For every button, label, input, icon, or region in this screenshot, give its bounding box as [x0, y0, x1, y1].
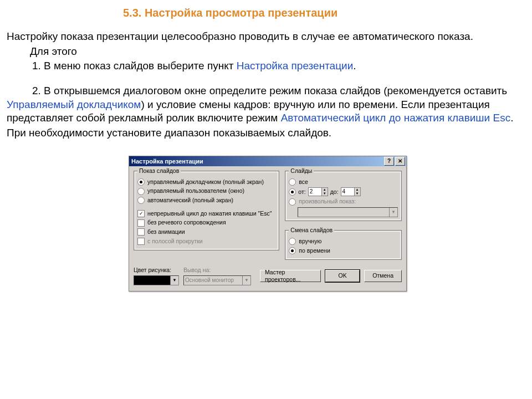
chevron-down-icon: ▼ — [242, 276, 250, 285]
step2-text-a: 2. В открывшемся диалоговом окне определ… — [7, 85, 507, 96]
output-combo: Основной монитор▼ — [183, 275, 251, 285]
checkbox-icon — [137, 210, 145, 217]
dialog-title: Настройка презентации — [131, 157, 203, 165]
cancel-button[interactable]: Отмена — [364, 270, 402, 282]
radio-icon — [137, 188, 145, 195]
check-loop-esc[interactable]: непрерывный цикл до нажатия клавиши "Esc… — [137, 210, 275, 218]
step-2: 2. В открывшемся диалоговом окне определ… — [7, 84, 525, 125]
radio-icon — [289, 247, 296, 254]
output-label: Вывод на: — [183, 267, 251, 274]
ok-button[interactable]: OK — [325, 270, 360, 282]
radio-advance-timed[interactable]: по времени — [289, 247, 398, 255]
radio-auto-fullscreen[interactable]: автоматический (полный экран) — [137, 197, 275, 204]
to-value: 4 — [341, 188, 354, 196]
output-value: Основной монитор — [184, 276, 242, 285]
radio-custom-show: произвольный показ: — [289, 198, 398, 206]
radio-label: автоматический (полный экран) — [147, 197, 233, 204]
step1-term: Настройка презентации — [237, 60, 354, 71]
radio-label: управляемый докладчиком (полный экран) — [147, 178, 264, 186]
intro-paragraph: Настройку показа презентации целесообраз… — [7, 30, 525, 44]
radio-icon — [289, 238, 296, 245]
presentation-settings-dialog: Настройка презентации ? ✕ Показ слайдов … — [129, 156, 407, 291]
lead-in: Для этого — [7, 45, 525, 59]
radio-all-slides[interactable]: все — [289, 178, 398, 186]
show-type-group: Показ слайдов управляемый докладчиком (п… — [134, 171, 279, 250]
radio-label: по времени — [299, 247, 330, 255]
to-spinner[interactable]: 4▲▼ — [341, 187, 361, 196]
step1-tail: . — [353, 60, 356, 71]
radio-icon — [137, 178, 145, 186]
show-type-legend: Показ слайдов — [137, 167, 181, 175]
slides-legend: Слайды — [289, 167, 314, 175]
advance-legend: Смена слайдов — [289, 227, 334, 234]
pen-color-combo[interactable]: ▼ — [134, 275, 179, 285]
check-label: с полосой прокрутки — [147, 238, 203, 245]
chevron-down-icon: ▼ — [170, 276, 178, 285]
radio-icon — [137, 197, 145, 204]
projector-wizard-button[interactable]: Мастер проекторов... — [260, 270, 321, 282]
radio-user-window[interactable]: управляемый пользователем (окно) — [137, 187, 275, 195]
check-scrollbar: с полосой прокрутки — [137, 238, 275, 245]
step2-term-1: Управляемый докладчиком — [7, 99, 141, 110]
help-button[interactable]: ? — [384, 157, 394, 166]
radio-icon — [289, 178, 296, 186]
radio-presenter[interactable]: управляемый докладчиком (полный экран) — [137, 178, 275, 186]
checkbox-icon — [137, 228, 145, 236]
check-label: без анимации — [147, 228, 185, 236]
radio-icon — [289, 198, 296, 206]
step-1: 1. В меню показ слайдов выберите пункт Н… — [7, 59, 525, 73]
to-label: до: — [330, 188, 339, 196]
radio-label: вручную — [299, 238, 321, 245]
closing-paragraph: При необходимости установите диапазон по… — [7, 126, 525, 140]
custom-show-combo: ▼ — [298, 207, 398, 217]
advance-group: Смена слайдов вручную по времени — [285, 230, 402, 260]
chevron-down-icon: ▼ — [389, 208, 397, 217]
check-label: непрерывный цикл до нажатия клавиши "Esc… — [147, 210, 272, 218]
radio-advance-manual[interactable]: вручную — [289, 238, 398, 245]
from-spinner[interactable]: 2▲▼ — [308, 187, 328, 196]
step2-tail: . — [510, 112, 513, 124]
section-title: 5.3. Настройка просмотра презентации — [7, 6, 525, 20]
step1-text: 1. В меню показ слайдов выберите пункт — [32, 60, 237, 71]
dialog-titlebar[interactable]: Настройка презентации ? ✕ — [129, 156, 406, 166]
check-no-animation[interactable]: без анимации — [137, 228, 275, 236]
from-label: от: — [298, 188, 305, 196]
checkbox-icon — [137, 238, 145, 245]
checkbox-icon — [137, 219, 145, 227]
slides-range-group: Слайды все от: 2▲▼ до: 4▲▼ произвольный … — [285, 171, 402, 221]
pen-color-label: Цвет рисунка: — [134, 267, 179, 274]
from-value: 2 — [309, 188, 321, 196]
check-label: без речевого сопровождения — [147, 219, 226, 227]
radio-label: управляемый пользователем (окно) — [147, 187, 244, 195]
step2-term-2: Автоматический цикл до нажатия клавиши E… — [281, 112, 511, 124]
radio-label: произвольный показ: — [299, 198, 356, 206]
radio-range-slides[interactable]: от: 2▲▼ до: 4▲▼ — [289, 187, 398, 196]
check-no-narration[interactable]: без речевого сопровождения — [137, 219, 275, 227]
radio-icon — [289, 188, 296, 196]
close-button[interactable]: ✕ — [395, 157, 405, 166]
radio-label: все — [299, 178, 308, 186]
